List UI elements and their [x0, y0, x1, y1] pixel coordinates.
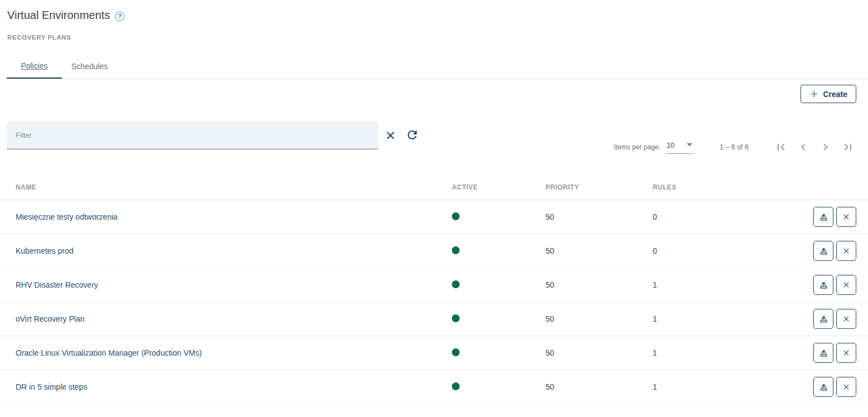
plus-icon: [809, 89, 819, 99]
help-icon[interactable]: ?: [115, 12, 124, 21]
priority-value: 50: [546, 246, 653, 255]
active-status-dot: [452, 212, 460, 220]
priority-value: 50: [546, 280, 653, 289]
page-range-label: 1 – 6 of 6: [720, 143, 749, 151]
delete-button[interactable]: [836, 309, 856, 329]
active-status-dot: [452, 280, 460, 288]
filter-pagination-row: Items per page: 10 1 – 6 of 6: [0, 122, 868, 154]
last-page-icon: [841, 140, 855, 154]
section-subtitle: RECOVERY PLANS: [7, 34, 868, 41]
priority-value: 50: [546, 212, 653, 221]
tab-schedules[interactable]: Schedules: [62, 54, 117, 79]
restore-icon: [818, 246, 829, 256]
close-icon: [384, 129, 397, 143]
active-status-dot: [452, 348, 460, 356]
table-row: Oracle Linux Virtualization Manager (Pro…: [0, 336, 868, 370]
next-page-button[interactable]: [819, 140, 832, 154]
table-row: oVirt Recovery Plan 50 1: [0, 302, 868, 336]
restore-button[interactable]: [813, 377, 833, 397]
create-button[interactable]: Create: [801, 85, 856, 103]
filter-input[interactable]: [7, 122, 378, 149]
restore-icon: [818, 212, 829, 222]
table-row: Kubernetes prod 50 0: [0, 234, 868, 268]
restore-button[interactable]: [813, 207, 833, 227]
restore-button[interactable]: [813, 241, 833, 261]
create-button-label: Create: [823, 90, 847, 99]
rules-value: 1: [653, 314, 764, 323]
items-per-page-label: Items per page:: [614, 143, 660, 151]
first-page-icon: [774, 140, 788, 154]
close-icon: [841, 382, 851, 392]
chevron-right-icon: [819, 140, 832, 154]
policy-name-link[interactable]: Miesięczne testy odtworzenia: [16, 212, 118, 221]
items-per-page-value: 10: [667, 141, 674, 149]
table-header: NAME ACTIVE PRIORITY RULES: [0, 174, 868, 200]
filter-field: [7, 122, 378, 149]
policy-name-link[interactable]: oVirt Recovery Plan: [16, 314, 84, 323]
refresh-button[interactable]: [405, 128, 419, 143]
refresh-icon: [406, 128, 419, 143]
close-icon: [841, 212, 851, 222]
priority-value: 50: [546, 382, 653, 391]
priority-value: 50: [546, 314, 653, 323]
table-row: DR in 5 simple steps 50 1: [0, 370, 868, 404]
delete-button[interactable]: [836, 275, 856, 295]
policy-name-link[interactable]: RHV Disaster Recovery: [16, 280, 98, 289]
rules-value: 0: [653, 246, 764, 255]
restore-button[interactable]: [813, 309, 833, 329]
delete-button[interactable]: [836, 343, 856, 363]
close-icon: [841, 246, 851, 256]
column-header-name: NAME: [0, 183, 452, 191]
restore-icon: [818, 348, 829, 358]
create-toolbar: Create: [0, 79, 868, 122]
close-icon: [841, 314, 851, 324]
rules-value: 1: [653, 382, 764, 391]
clear-filter-button[interactable]: [383, 129, 398, 143]
delete-button[interactable]: [836, 207, 856, 227]
restore-button[interactable]: [813, 275, 833, 295]
paginator: Items per page: 10 1 – 6 of 6: [614, 140, 855, 154]
active-status-dot: [452, 382, 460, 390]
column-header-active: ACTIVE: [452, 183, 546, 191]
rules-value: 1: [653, 348, 764, 357]
caret-down-icon: [687, 143, 692, 146]
tab-bar: Policies Schedules: [7, 54, 868, 79]
first-page-button[interactable]: [774, 140, 788, 154]
chevron-left-icon: [797, 140, 810, 154]
restore-icon: [818, 280, 829, 290]
rules-value: 0: [653, 212, 764, 221]
previous-page-button[interactable]: [797, 140, 810, 154]
column-header-priority: PRIORITY: [546, 183, 653, 191]
active-status-dot: [452, 314, 460, 322]
virtual-environments-page: Virtual Environments ? RECOVERY PLANS Po…: [0, 0, 868, 417]
tab-policies[interactable]: Policies: [7, 54, 62, 79]
page-header: Virtual Environments ?: [0, 0, 868, 22]
delete-button[interactable]: [836, 377, 856, 397]
priority-value: 50: [546, 348, 653, 357]
active-status-dot: [452, 246, 460, 254]
restore-icon: [818, 382, 829, 392]
close-icon: [841, 280, 851, 290]
table-row: RHV Disaster Recovery 50 1: [0, 268, 868, 302]
last-page-button[interactable]: [841, 140, 855, 154]
policy-name-link[interactable]: DR in 5 simple steps: [16, 382, 87, 391]
pager-nav: [765, 140, 855, 154]
close-icon: [841, 348, 851, 358]
table-row: Miesięczne testy odtworzenia 50 0: [0, 200, 868, 234]
delete-button[interactable]: [836, 241, 856, 261]
page-title: Virtual Environments: [7, 9, 110, 22]
policy-name-link[interactable]: Oracle Linux Virtualization Manager (Pro…: [16, 348, 202, 357]
table-body: Miesięczne testy odtworzenia 50 0: [0, 200, 868, 404]
items-per-page-select[interactable]: 10: [666, 141, 693, 154]
column-header-rules: RULES: [653, 183, 764, 191]
policy-name-link[interactable]: Kubernetes prod: [16, 246, 74, 255]
restore-icon: [818, 314, 829, 324]
rules-value: 1: [653, 280, 764, 289]
restore-button[interactable]: [813, 343, 833, 363]
